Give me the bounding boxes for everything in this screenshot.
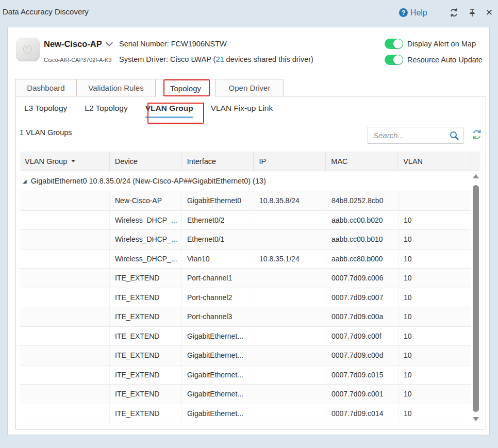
subtab-vlan-group[interactable]: VLAN Group <box>145 104 193 118</box>
table-row[interactable]: ITE_EXTENDPort-channel10007.7d09.c00610 <box>20 269 480 288</box>
cell-interface: Port-channel3 <box>181 307 254 326</box>
collapse-group-icon[interactable]: ◢ <box>23 178 27 184</box>
cell-vlan: 10 <box>398 288 471 307</box>
table-row[interactable]: ITE_EXTENDGigabitEthernet...0007.7d09.c0… <box>20 385 480 404</box>
tab-topology[interactable]: Topology <box>155 79 216 97</box>
cell-interface: Ethernet0/2 <box>181 211 254 230</box>
page-title: Data Accuracy Discovery <box>3 7 89 16</box>
table-row[interactable]: Wireless_DHCP_...Ethernet0/1aabb.cc00.b0… <box>20 230 480 250</box>
cell-interface: Ethernet0/1 <box>181 230 254 249</box>
shared-driver-count-link[interactable]: 21 <box>215 55 224 63</box>
tab-dashboard[interactable]: Dashboard <box>15 79 77 96</box>
table-row[interactable]: ITE_EXTENDGigabitEthernet...0007.7d09.c0… <box>20 346 480 366</box>
cell-group <box>20 269 109 288</box>
refresh-window-icon[interactable] <box>449 8 459 18</box>
cell-vlan: 10 <box>398 404 471 423</box>
toggle-group: Display Alert on Map Resource Auto Updat… <box>385 39 483 65</box>
chevron-down-icon <box>106 39 113 46</box>
cell-vlan: 10 <box>398 211 471 230</box>
table-row[interactable]: ITE_EXTENDGigabitEthernet...0007.7d09.c0… <box>20 327 480 346</box>
table-row[interactable]: Wireless_DHCP_...Vlan1010.8.35.1/24aabb.… <box>20 250 480 269</box>
cell-interface: GigabitEthernet... <box>181 366 254 385</box>
table-body: New-Cisco-APGigabitEthernet010.8.35.8/24… <box>20 191 480 423</box>
cell-ip <box>254 230 326 249</box>
display-alert-toggle[interactable] <box>385 39 403 49</box>
help-button[interactable]: ? Help <box>399 8 427 18</box>
vlan-group-header-label: GigabitEthernet0 10.8.35.0/24 (New-Cisco… <box>31 177 266 185</box>
cell-mac: 0007.7d09.c00a <box>326 307 398 326</box>
cell-device: ITE_EXTEND <box>109 307 181 326</box>
cell-group <box>20 404 109 423</box>
cell-group <box>20 288 109 307</box>
device-model: Cisco-AIR-CAP3702I-A-K9 <box>44 57 111 63</box>
cell-group <box>20 250 109 269</box>
cell-ip <box>254 366 326 385</box>
system-driver-text: System Driver: Cisco LWAP (21 devices sh… <box>119 55 313 63</box>
cell-interface: Port-channel1 <box>181 269 254 288</box>
table-row[interactable]: Wireless_DHCP_...Ethernet0/2aabb.cc00.b0… <box>20 211 480 230</box>
cell-group <box>20 211 109 230</box>
refresh-table-icon[interactable] <box>471 129 483 140</box>
partial-row <box>20 423 480 425</box>
cell-device: ITE_EXTEND <box>109 288 181 307</box>
column-header-vlan[interactable]: VLAN <box>397 152 471 171</box>
table-row[interactable]: ITE_EXTENDPort-channel30007.7d09.c00a10 <box>20 307 480 327</box>
cell-interface: GigabitEthernet... <box>181 327 254 346</box>
table-row[interactable]: ITE_EXTENDPort-channel20007.7d09.c00710 <box>20 288 480 308</box>
cell-interface: Vlan10 <box>181 250 254 269</box>
scroll-down-icon[interactable] <box>473 417 479 421</box>
cell-mac: aabb.cc00.b020 <box>326 211 398 230</box>
column-header-mac[interactable]: MAC <box>325 152 397 171</box>
help-label: Help <box>410 8 427 18</box>
window-actions: ? Help ✕ <box>399 8 493 18</box>
device-name-dropdown[interactable]: New-Cisco-AP <box>44 39 112 49</box>
table-row[interactable]: New-Cisco-APGigabitEthernet010.8.35.8/24… <box>20 191 480 211</box>
cell-device: ITE_EXTEND <box>109 404 181 423</box>
resource-auto-update-toggle[interactable] <box>385 55 403 65</box>
close-icon[interactable]: ✕ <box>486 8 493 17</box>
cell-group <box>20 385 109 404</box>
column-header-ip[interactable]: IP <box>253 152 325 171</box>
cell-vlan: 10 <box>398 230 471 249</box>
cell-device: ITE_EXTEND <box>109 269 181 288</box>
table-row[interactable]: ITE_EXTENDGigabitEthernet...0007.7d09.c0… <box>20 404 480 424</box>
cell-vlan: 10 <box>398 269 471 288</box>
table-row[interactable]: ITE_EXTENDGigabitEthernet...0007.7d09.c0… <box>20 366 480 385</box>
cell-device: Wireless_DHCP_... <box>109 250 181 269</box>
tab-validation-rules[interactable]: Validation Rules <box>76 79 156 96</box>
cell-ip <box>254 404 326 423</box>
search-input[interactable] <box>368 127 452 143</box>
cell-mac: 0007.7d09.c00f <box>326 327 398 346</box>
scroll-up-icon[interactable] <box>473 174 479 178</box>
topology-tab-content: L3 Topology L2 Topology VLAN Group VLAN … <box>15 96 486 429</box>
subtab-l3-topology[interactable]: L3 Topology <box>24 104 67 118</box>
column-header-interface[interactable]: Interface <box>181 152 254 171</box>
cell-group <box>20 307 109 326</box>
main-tab-bar: Dashboard Validation Rules Topology Open… <box>15 79 283 96</box>
pin-icon[interactable] <box>469 8 475 18</box>
cell-interface: Port-channel2 <box>181 288 254 307</box>
subtab-l2-topology[interactable]: L2 Topology <box>85 104 127 118</box>
resource-auto-update-toggle-row: Resource Auto Update <box>385 55 483 65</box>
discovery-panel: New-Cisco-AP Cisco-AIR-CAP3702I-A-K9 Ser… <box>7 27 490 435</box>
sort-desc-icon <box>71 160 75 162</box>
cell-ip <box>254 346 326 365</box>
cell-ip: 10.8.35.1/24 <box>254 250 326 269</box>
table-scrollbar[interactable] <box>471 172 480 425</box>
cell-device: ITE_EXTEND <box>109 327 181 346</box>
cell-mac: 0007.7d09.c001 <box>326 385 398 404</box>
search-icon[interactable] <box>449 130 459 141</box>
subtab-vlan-fixup-link[interactable]: VLAN Fix-up Link <box>211 104 273 118</box>
cell-group <box>20 327 109 346</box>
tab-open-driver[interactable]: Open Driver <box>215 79 284 96</box>
cell-interface: GigabitEthernet... <box>181 385 254 404</box>
column-header-vlan-group[interactable]: VLAN Group <box>20 152 109 171</box>
cell-ip <box>254 269 326 288</box>
cell-vlan: 10 <box>398 366 471 385</box>
scrollbar-thumb[interactable] <box>473 185 479 412</box>
vlan-group-count: 1 VLAN Groups <box>20 128 72 137</box>
column-header-device[interactable]: Device <box>109 152 181 171</box>
vlan-group-header-row[interactable]: ◢ GigabitEthernet0 10.8.35.0/24 (New-Cis… <box>20 171 480 191</box>
cell-group <box>20 230 109 249</box>
cell-ip <box>254 385 326 404</box>
